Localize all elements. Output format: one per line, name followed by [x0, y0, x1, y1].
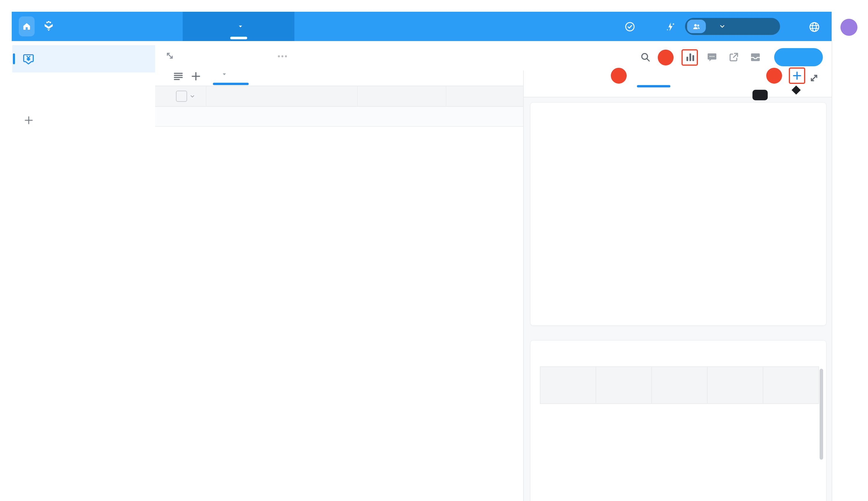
column-header-order-number[interactable]: [206, 86, 357, 106]
pivot-col-wechat-pay: [652, 367, 707, 404]
annotation-step-1: [658, 50, 674, 65]
home-icon: [22, 21, 32, 31]
topbar: [12, 12, 832, 41]
select-all-checkbox[interactable]: [155, 90, 206, 102]
view-list-icon[interactable]: [172, 71, 184, 82]
add-record-button[interactable]: [774, 48, 823, 66]
comment-icon[interactable]: [706, 51, 718, 63]
inbox-icon[interactable]: [749, 51, 761, 63]
active-stats-tab-indicator: [637, 85, 670, 87]
tab-symmetric-bar-chart[interactable]: [183, 12, 294, 41]
task-check-icon[interactable]: [624, 21, 636, 33]
view-toolbar: [155, 71, 523, 86]
create-chart-button[interactable]: [789, 67, 805, 84]
pivot-table-card: [530, 340, 826, 501]
pivot-col-product-name: [540, 367, 596, 404]
pivot-header-row: [540, 367, 819, 404]
caret-down-icon: [237, 23, 244, 30]
pivot-col-credit-card: [763, 367, 819, 404]
pivot-table: [540, 366, 819, 404]
select-role-dropdown[interactable]: [685, 18, 780, 35]
active-view-indicator: [213, 83, 249, 85]
annotation-step-3: [766, 68, 782, 84]
line-chart-card: [530, 103, 826, 326]
expand-stats-icon[interactable]: [807, 72, 821, 85]
expand-table-icon[interactable]: [164, 50, 176, 62]
chevron-down-icon: [718, 22, 726, 31]
app-logo-icon: [42, 20, 55, 33]
globe-icon[interactable]: [808, 21, 821, 33]
app-dock: [832, 41, 868, 501]
add-view-icon[interactable]: [190, 71, 202, 82]
tooltip-create-public-chart: [752, 90, 768, 100]
annotation-step-2: [611, 68, 627, 84]
plus-icon: [791, 70, 803, 81]
orders-table: [155, 86, 523, 501]
yen-tag-icon: [22, 52, 35, 66]
home-button[interactable]: [19, 17, 35, 36]
role-people-icon: [687, 20, 706, 33]
active-item-indicator: [13, 53, 15, 64]
active-tab-indicator: [230, 37, 247, 39]
content-header: [155, 41, 832, 71]
stats-panel: [523, 71, 832, 501]
tab-column-chart[interactable]: [302, 12, 319, 41]
column-header-order-type[interactable]: [357, 86, 446, 106]
chevron-down-icon: [189, 93, 196, 100]
avatar[interactable]: [840, 19, 857, 36]
table-summary-row[interactable]: [155, 107, 523, 127]
sidebar-item-retail-management[interactable]: [12, 45, 155, 73]
share-icon[interactable]: [728, 51, 740, 63]
pivot-scrollbar[interactable]: [820, 369, 823, 460]
view-tab-all[interactable]: [217, 71, 228, 78]
caret-down-icon: [220, 71, 228, 78]
more-options-icon[interactable]: [276, 54, 288, 58]
search-icon[interactable]: [639, 51, 652, 63]
pivot-col-cash: [596, 367, 652, 404]
sidebar: [12, 41, 156, 501]
table-header-row: [155, 86, 523, 107]
annotation-box-chart-icon: [682, 49, 698, 66]
pivot-col-third-party: [707, 367, 763, 404]
plus-icon: [23, 115, 34, 126]
sidebar-create-button[interactable]: [23, 115, 42, 126]
column-header-sales-date[interactable]: [446, 86, 523, 106]
stats-header: [524, 71, 832, 97]
magic-sparkle-icon[interactable]: [664, 21, 676, 33]
line-chart-canvas[interactable]: [531, 103, 826, 325]
